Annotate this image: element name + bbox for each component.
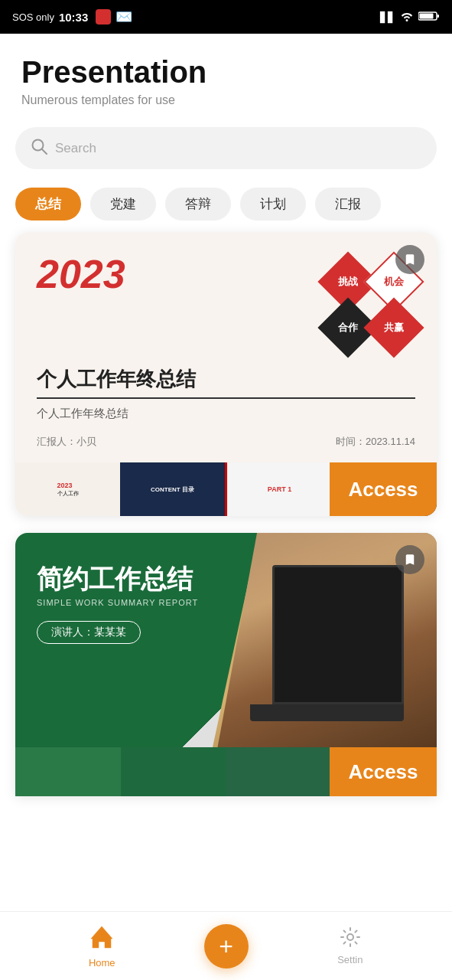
card1-footer: 汇报人：小贝 时间：2023.11.14 (37, 435, 415, 449)
nav-settings-label: Settin (337, 954, 363, 965)
status-bar: SOS only 10:33 ✉️ ▋▋ (0, 0, 452, 34)
card2-thumb3 (226, 747, 332, 796)
search-placeholder: Search (55, 141, 96, 156)
nav-home-label: Home (89, 957, 115, 969)
tab-defense[interactable]: 答辩 (165, 188, 231, 220)
card2-bookmark-button[interactable] (395, 545, 424, 574)
settings-icon (340, 926, 361, 951)
sos-text: SOS only (12, 11, 54, 23)
thumb2-content: CONTENT 目录 (120, 462, 225, 516)
diamond-win: 共赢 (363, 297, 424, 358)
card1-title: 个人工作年终总结 (37, 366, 415, 399)
nav-home[interactable]: Home (0, 923, 204, 969)
card-2: 简约工作总结 SIMPLE WORK SUMMARY REPORT 演讲人：某某… (15, 533, 437, 796)
signal-icon: ▋▋ (380, 11, 395, 23)
thumb3: PART 1 (225, 462, 332, 516)
tab-report[interactable]: 汇报 (315, 188, 381, 220)
card1-year: 2023 (37, 254, 125, 294)
svg-rect-2 (437, 15, 440, 18)
card2-thumbnail-strip: Access (15, 747, 437, 796)
battery-icon (418, 11, 440, 24)
card1-presenter: 汇报人：小贝 (37, 435, 96, 449)
card2-access-label: Access (348, 760, 418, 784)
status-right: ▋▋ (380, 11, 440, 24)
card-1: 2023 挑战 机会 合作 共赢 个人工作年终总结 个人工作年终总结 汇报人：小… (15, 233, 437, 516)
search-container: Search (0, 115, 452, 181)
status-left: SOS only 10:33 ✉️ (12, 8, 132, 25)
card2-title: 简约工作总结 (37, 564, 415, 595)
page-title: Presentation (21, 55, 431, 89)
card2-thumb2 (121, 747, 226, 796)
card1-diamonds: 挑战 机会 合作 共赢 (327, 260, 415, 349)
bottom-nav: Home + Settin (0, 911, 452, 980)
notification-icon1 (96, 9, 111, 24)
card2-presenter-badge: 演讲人：某某某 (37, 621, 141, 644)
svg-line-4 (42, 149, 47, 154)
status-time: 10:33 (59, 11, 88, 24)
svg-rect-1 (420, 13, 434, 18)
fab-plus-icon: + (219, 934, 233, 959)
header: Presentation Numerous templates for use (0, 34, 452, 115)
card1-date: 时间：2023.11.14 (336, 435, 415, 449)
fab-add-button[interactable]: + (204, 924, 249, 969)
card1-top: 2023 挑战 机会 合作 共赢 (37, 254, 415, 349)
notification-icon2: ✉️ (115, 8, 132, 25)
card1-subtitle: 个人工作年终总结 (37, 407, 415, 421)
card2-thumb1 (15, 747, 121, 796)
card1-thumbnail-strip: 2023个人工作 CONTENT 目录 PART 1 ▶ Access (15, 462, 437, 516)
card1-access-button[interactable]: Access (330, 462, 437, 516)
thumb1-content: 2023个人工作 (15, 462, 120, 516)
card2-subtitle-en: SIMPLE WORK SUMMARY REPORT (37, 598, 415, 607)
thumb1: 2023个人工作 (15, 462, 120, 516)
card1-bookmark-button[interactable] (395, 245, 424, 274)
tab-party[interactable]: 党建 (90, 188, 156, 220)
svg-marker-5 (91, 926, 112, 948)
cards-area: 2023 挑战 机会 合作 共赢 个人工作年终总结 个人工作年终总结 汇报人：小… (0, 233, 452, 873)
card1-access-label: Access (348, 478, 418, 501)
thumb2: CONTENT 目录 (120, 462, 225, 516)
search-bar[interactable]: Search (15, 127, 437, 169)
category-tabs: 总结 党建 答辩 计划 汇报 (0, 181, 452, 233)
thumb3-content: PART 1 (227, 462, 332, 516)
card2-content: 简约工作总结 SIMPLE WORK SUMMARY REPORT 演讲人：某某… (15, 533, 437, 665)
card1-main: 2023 挑战 机会 合作 共赢 个人工作年终总结 个人工作年终总结 汇报人：小… (15, 233, 437, 462)
search-icon (31, 138, 47, 158)
svg-point-7 (347, 934, 353, 940)
nav-settings[interactable]: Settin (249, 926, 453, 965)
home-icon (88, 923, 115, 954)
card2-access-button[interactable]: Access (330, 747, 437, 796)
tab-plan[interactable]: 计划 (240, 188, 306, 220)
tab-summary[interactable]: 总结 (15, 188, 81, 220)
page-subtitle: Numerous templates for use (21, 93, 431, 107)
wifi-icon (400, 11, 414, 24)
card2-main: 简约工作总结 SIMPLE WORK SUMMARY REPORT 演讲人：某某… (15, 533, 437, 747)
